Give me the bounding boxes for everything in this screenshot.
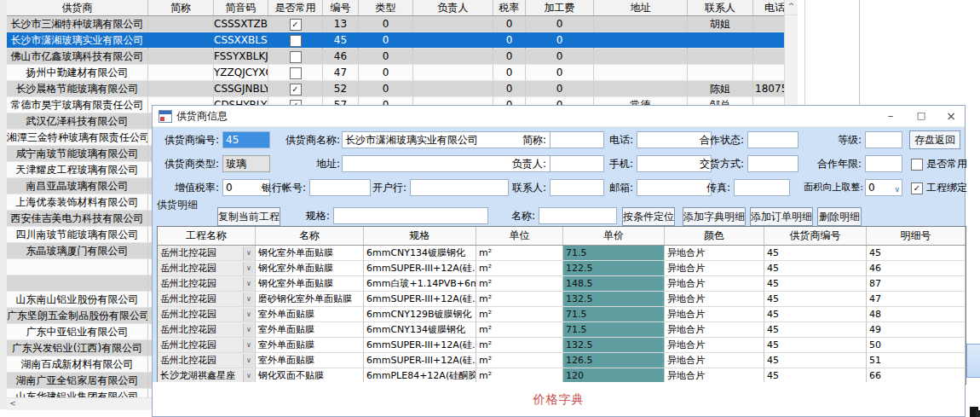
dialog-titlebar[interactable]: 供货商信息 – □ × [153,106,965,127]
detail-cell-detail_no[interactable]: 47 [867,292,966,307]
detail-cell-detail_no[interactable]: 48 [867,307,966,322]
detail-cell-color[interactable]: 异地合片 [665,292,764,307]
detail-cell-price[interactable]: 71.5 [563,307,665,322]
detail-row[interactable]: 岳州北控花园∨钢化室外单面贴膜6mmSUPER-III+12A(硅...m²12… [158,261,966,276]
detail-cell-detail_no[interactable]: 87 [867,276,966,292]
checkbox-checked-icon[interactable]: ✓ [290,19,302,31]
detail-row[interactable]: 岳州北控花园∨室外单面贴膜6mmSUPER-III+12A(硅...m²132.… [158,338,966,353]
save-return-button[interactable]: 存盘返回 [909,130,960,149]
detail-cell-price[interactable]: 132.5 [563,338,665,353]
area-round-select[interactable]: 0∨ [865,179,902,196]
detail-cell-detail_no[interactable]: 46 [867,261,966,276]
detail-cell-project[interactable]: 岳州北控花园∨ [158,353,256,368]
detail-cell-unit[interactable]: m² [476,276,563,292]
close-button[interactable]: × [939,107,963,125]
detail-cell-name[interactable]: 钢化室外单面贴膜 [256,276,364,292]
detail-cell-project[interactable]: 岳州北控花园∨ [158,276,256,292]
table-row[interactable]: 佛山市亿鑫玻璃科技有限公司FSSYXBLKJ...46000 [7,49,797,65]
detail-cell-spec[interactable]: 6mmSUPER-III+12A(硅... [364,353,476,368]
add-order-detail-button[interactable]: 添加订单明细 [750,207,813,226]
detail-cell-unit[interactable]: m² [476,261,563,276]
detail-row[interactable]: 岳州北控花园∨钢化室外单面贴膜6mm白玻+1.14PVB+6mm...m²148… [158,276,966,292]
detail-cell-unit[interactable]: m² [476,292,563,307]
detail-cell-unit[interactable]: m² [476,246,563,261]
delete-detail-button[interactable]: 删除明细 [817,207,862,226]
supplier-no-input[interactable] [222,131,270,148]
detail-cell-detail_no[interactable]: 51 [867,353,966,368]
detail-cell-supplier_no[interactable]: 45 [764,338,867,353]
chevron-down-icon[interactable]: ∨ [243,292,254,306]
chevron-down-icon[interactable]: ∨ [243,246,254,260]
scroll-left-icon[interactable]: < [7,398,19,410]
detail-cell-price[interactable]: 71.5 [563,322,665,338]
fax-input[interactable] [734,179,790,196]
checkbox-unchecked-icon[interactable] [290,67,302,79]
project-bind-checkbox[interactable]: ✓工程绑定 [911,179,967,196]
checkbox-checked-icon[interactable]: ✓ [911,182,923,194]
detail-cell-project[interactable]: 岳州北控花园∨ [158,261,256,276]
detail-cell-color[interactable]: 异地合片 [665,322,764,338]
detail-cell-color[interactable]: 异地合片 [665,338,764,353]
chevron-down-icon[interactable]: ∨ [243,308,254,321]
checkbox-checked-icon[interactable]: ✓ [290,84,302,96]
detail-cell-detail_no[interactable]: 45 [867,246,966,261]
detail-cell-spec[interactable]: 6mmSUPER-III+12A(硅... [364,338,476,353]
detail-cell-supplier_no[interactable]: 45 [764,322,867,338]
contact-input[interactable] [550,179,604,196]
detail-row[interactable]: 岳州北控花园∨钢化室外单面贴膜6mmCNY134镀膜钢化m²71.5异地合片45… [158,246,966,261]
chevron-down-icon[interactable]: ∨ [894,182,900,197]
detail-row[interactable]: 岳州北控花园∨室外单面贴膜6mmSUPER-III+12A(硅...m²126.… [158,353,966,368]
detail-cell-spec[interactable]: 6mmSUPER-III+12A(硅... [364,292,476,307]
supplier-type-input[interactable] [222,155,270,172]
detail-cell-project[interactable]: 岳州北控花园∨ [158,246,256,261]
detail-cell-supplier_no[interactable]: 45 [764,307,867,322]
detail-cell-color[interactable]: 异地合片 [665,276,764,292]
checkbox-icon[interactable] [911,159,923,171]
detail-cell-name[interactable]: 室外单面贴膜 [256,322,364,338]
detail-cell-supplier_no[interactable]: 45 [764,246,867,261]
abbr-input[interactable] [550,131,604,148]
detail-cell-price[interactable]: 126.5 [563,353,665,368]
detail-cell-color[interactable]: 异地合片 [665,353,764,368]
locate-by-condition-button[interactable]: 按条件定位 [622,207,675,226]
chevron-down-icon[interactable]: ∨ [243,262,254,275]
detail-cell-name[interactable]: 室外单面贴膜 [256,338,364,353]
grade-input[interactable] [865,131,902,148]
checkbox-unchecked-icon[interactable] [290,51,302,63]
detail-cell-detail_no[interactable]: 49 [867,322,966,338]
chevron-down-icon[interactable]: ∨ [243,339,254,352]
maximize-button[interactable]: □ [909,107,933,125]
detail-cell-unit[interactable]: m² [476,322,563,338]
table-row[interactable]: 长沙市潇湘玻璃实业有限公司CSSXXBLSY...45000 [7,32,797,49]
detail-cell-name[interactable]: 磨砂钢化室外单面贴膜 [256,292,364,307]
detail-cell-project[interactable]: 岳州北控花园∨ [158,292,256,307]
detail-cell-supplier_no[interactable]: 45 [764,353,867,368]
detail-cell-name[interactable]: 室外单面贴膜 [256,353,364,368]
detail-cell-spec[interactable]: 6mmCNY129B镀膜钢化 [364,307,476,322]
detail-cell-price[interactable]: 122.5 [563,261,665,276]
bank-input[interactable] [410,179,509,196]
detail-row[interactable]: 岳州北控花园∨室外单面贴膜6mmCNY129B镀膜钢化m²71.5异地合片454… [158,307,966,322]
chevron-down-icon[interactable]: ∨ [243,369,254,383]
detail-cell-price[interactable]: 148.5 [563,276,665,292]
table-row[interactable]: 扬州中勤建材有限公司YZZQJCYXGS47000 [7,65,797,81]
common-use-checkbox[interactable]: 是否常用 [911,155,967,172]
detail-cell-spec[interactable]: 6mmCNY134镀膜钢化 [364,246,476,261]
detail-cell-unit[interactable]: m² [476,353,563,368]
coop-years-input[interactable] [865,155,902,172]
chevron-down-icon[interactable]: ∨ [243,277,254,291]
bank-account-input[interactable] [309,179,371,196]
detail-cell-price[interactable]: 71.5 [563,246,665,261]
detail-cell-spec[interactable]: 6mm白玻+1.14PVB+6mm... [364,276,476,292]
detail-cell-unit[interactable]: m² [476,338,563,353]
detail-cell-price[interactable]: 132.5 [563,292,665,307]
detail-cell-project[interactable]: 岳州北控花园∨ [158,307,256,322]
detail-cell-supplier_no[interactable]: 45 [764,292,867,307]
detail-cell-detail_no[interactable]: 50 [867,338,966,353]
add-dictionary-detail-button[interactable]: 添加字典明细 [683,207,746,226]
table-row[interactable]: 长沙市三湘特种玻璃有限公司CSSSXTZBL...✓13000胡姐 [7,16,797,32]
detail-cell-supplier_no[interactable]: 45 [764,261,867,276]
detail-cell-spec[interactable]: 6mmCNY134镀膜钢化 [364,322,476,338]
detail-cell-supplier_no[interactable]: 45 [764,276,867,292]
chevron-down-icon[interactable]: ∨ [243,323,254,337]
